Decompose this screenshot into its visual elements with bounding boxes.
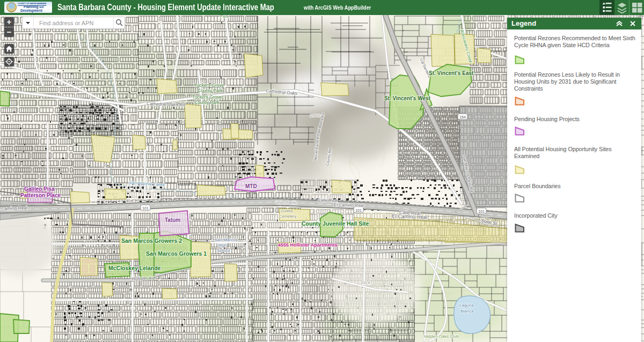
svg-text:200 ft: 200 ft — [310, 114, 320, 117]
svg-text:101: 101 — [355, 209, 362, 212]
svg-text:Park: Park — [220, 15, 229, 19]
svg-text:MTD: MTD — [245, 183, 257, 189]
svg-text:4555 Hollister Apartments: 4555 Hollister Apartments — [278, 242, 338, 248]
svg-text:San Marcos Growers 2: San Marcos Growers 2 — [121, 237, 182, 244]
svg-text:Patterson Place: Patterson Place — [20, 192, 61, 198]
svg-text:High: High — [218, 243, 226, 248]
svg-text:McCloskey Lelande: McCloskey Lelande — [108, 265, 161, 271]
svg-text:Hidden Oaks Club: Hidden Oaks Club — [424, 334, 459, 339]
svg-text:amino Real: amino Real — [4, 205, 27, 211]
svg-text:Laguna: Laguna — [459, 303, 474, 308]
svg-text:School: School — [217, 248, 230, 253]
svg-text:County Park: County Park — [194, 100, 220, 105]
svg-text:Galileo Pisa: Galileo Pisa — [24, 186, 55, 192]
svg-text:St. Vincent's East: St. Vincent's East — [429, 70, 474, 76]
svg-text:Goleta: Goleta — [281, 209, 293, 213]
svg-text:101: 101 — [478, 210, 485, 213]
svg-text:San Marcos: San Marcos — [215, 237, 238, 242]
svg-text:El Camino Real: El Camino Real — [334, 203, 364, 208]
svg-text:101: 101 — [142, 206, 149, 210]
svg-text:Blanca: Blanca — [460, 309, 474, 314]
svg-text:Calle Real: Calle Real — [399, 210, 421, 216]
svg-text:Tatum: Tatum — [165, 217, 180, 223]
svg-text:San Marcos Growers 1: San Marcos Growers 1 — [146, 250, 207, 257]
svg-text:St. Vincent's West: St. Vincent's West — [384, 95, 431, 101]
svg-text:Union Pacific: Union Pacific — [275, 200, 297, 205]
svg-text:200 ft: 200 ft — [361, 281, 370, 285]
svg-text:Calle Real: Calle Real — [318, 198, 338, 203]
svg-text:Tuckers Grove: Tuckers Grove — [194, 83, 224, 88]
svg-text:Tuckers Grove: Tuckers Grove — [192, 94, 222, 100]
svg-text:County Juvenile Hall Site: County Juvenile Hall Site — [302, 220, 369, 227]
svg-text:Cemetery: Cemetery — [279, 214, 297, 219]
svg-text:154: 154 — [459, 115, 466, 119]
svg-text:County Park: County Park — [197, 88, 223, 93]
